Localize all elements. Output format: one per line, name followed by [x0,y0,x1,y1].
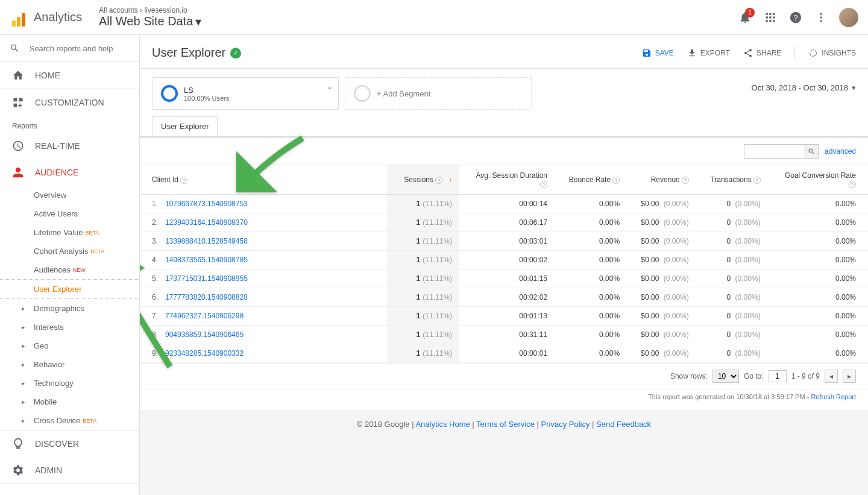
cell-tx: 0 (0.00%) [696,195,768,213]
cell-conv: 0.00% [768,195,868,213]
beta-badge: BETA [85,230,99,236]
prev-page-button[interactable]: ◂ [825,370,838,383]
client-id-link[interactable]: 904936859.1540906465 [165,330,244,339]
footer-link-feedback[interactable]: Send Feedback [596,420,651,429]
table-search-input[interactable] [744,145,805,158]
svg-point-13 [820,20,822,22]
sub-item-demographics[interactable]: ▸Demographics [0,299,139,318]
sub-item-active-users[interactable]: Active Users [0,204,139,223]
th-label: Revenue [651,175,680,184]
sidebar-item-realtime[interactable]: REAL-TIME [0,133,139,159]
cell-tx: 0 (0.00%) [696,251,768,270]
sidebar-item-customization[interactable]: CUSTOMIZATION [0,89,139,116]
help-icon[interactable]: ? [180,177,187,184]
help-icon[interactable]: ? [682,177,689,184]
th-label: Transactions [710,175,751,184]
share-button[interactable]: SHARE [743,48,781,58]
search-input[interactable] [30,44,130,53]
th-label: Client Id [152,175,178,184]
cell-client-id: 1.1079667873.1540908753 [140,195,387,213]
help-icon[interactable]: ? [849,181,856,188]
help-icon[interactable]: ? [435,177,442,184]
sidebar-item-audience[interactable]: AUDIENCE [0,159,139,186]
table-row: 2.1239403164.15409083701(11.11%)00:06:17… [140,213,868,232]
client-id-link[interactable]: 774962327.1540906298 [165,312,244,320]
row-number: 4. [152,256,160,264]
export-button[interactable]: EXPORT [687,48,730,58]
user-explorer-table: Client Id? Sessions?↓ Avg. Session Durat… [140,165,868,363]
save-button[interactable]: SAVE [642,48,674,58]
action-label: INSIGHTS [822,49,856,57]
advanced-link[interactable]: advanced [825,147,856,156]
goto-input[interactable] [769,370,787,382]
th-transactions[interactable]: Transactions? [696,165,768,195]
client-id-link[interactable]: 923348285.1540900332 [165,349,244,358]
collapse-sidebar-button[interactable]: ‹ [0,484,139,495]
table-row: 5.1737715031.15409089551(11.11%)00:01:15… [140,270,868,288]
table-search-button[interactable] [805,145,818,158]
svg-rect-15 [19,98,23,102]
insights-button[interactable]: INSIGHTS [808,48,856,58]
sub-label: Cohort Analysis [34,247,88,256]
client-id-link[interactable]: 1339888410.1528549458 [165,237,248,245]
logo-block[interactable]: Analytics [10,8,82,27]
th-bounce[interactable]: Bounce Rate? [555,165,627,195]
search-row[interactable] [0,35,139,62]
sidebar-item-label: REAL-TIME [35,141,80,151]
svg-rect-0 [766,13,768,14]
sidebar-item-label: CUSTOMIZATION [35,98,104,107]
sub-item-behavior[interactable]: ▸Behavior [0,355,139,374]
sub-item-cross-device[interactable]: ▸Cross DeviceBETA [0,411,139,430]
clock-icon [12,140,24,152]
segment-card[interactable]: LS 100.00% Users ⌄ [152,77,339,110]
svg-point-17 [810,49,817,56]
th-sessions[interactable]: Sessions?↓ [387,165,459,195]
th-avg-duration[interactable]: Avg. Session Duration? [459,165,555,195]
client-id-link[interactable]: 1079667873.1540908753 [165,200,248,208]
help-icon[interactable]: ? [788,10,803,25]
cell-duration: 00:01:13 [459,307,555,326]
date-range-picker[interactable]: Oct 30, 2018 - Oct 30, 2018 ▾ [752,77,856,92]
circle-icon [354,85,371,102]
add-segment-button[interactable]: + Add Segment [345,77,532,110]
th-revenue[interactable]: Revenue? [627,165,696,195]
client-id-link[interactable]: 1498373565.1540908785 [165,256,248,264]
footer-link-privacy[interactable]: Privacy Policy [541,420,590,429]
sub-item-user-explorer[interactable]: User Explorer [0,279,139,299]
tab-user-explorer[interactable]: User Explorer [152,116,218,136]
client-id-link[interactable]: 1737715031.1540908955 [165,274,248,283]
sub-item-overview[interactable]: Overview [0,186,139,204]
sub-item-geo[interactable]: ▸Geo [0,336,139,355]
footer-link-home[interactable]: Analytics Home [415,420,470,429]
notifications-icon[interactable]: 1 [738,10,752,25]
client-id-link[interactable]: 1239403164.1540908370 [165,218,248,227]
page-title-text: User Explorer [152,46,225,60]
sub-item-lifetime-value[interactable]: Lifetime ValueBETA [0,223,139,242]
avatar[interactable] [839,8,858,27]
sidebar-item-discover[interactable]: DISCOVER [0,430,139,457]
client-id-link[interactable]: 1777783820.1540908828 [165,293,248,301]
th-label: Bounce Rate [569,175,611,184]
property-selector[interactable]: All accounts › livesession.io All Web Si… [99,6,201,29]
next-page-button[interactable]: ▸ [843,370,856,383]
th-conversion[interactable]: Goal Conversion Rate? [768,165,868,195]
sidebar-item-home[interactable]: HOME [0,62,139,89]
sub-item-interests[interactable]: ▸Interests [0,318,139,336]
th-client-id[interactable]: Client Id? [140,165,387,195]
help-icon[interactable]: ? [612,177,620,184]
sub-item-mobile[interactable]: ▸Mobile [0,393,139,411]
sub-item-technology[interactable]: ▸Technology [0,374,139,393]
th-label: Goal Conversion Rate [785,171,856,180]
sidebar-item-admin[interactable]: ADMIN [0,457,139,484]
show-rows-select[interactable]: 10 [712,370,739,383]
help-icon[interactable]: ? [753,177,761,184]
sub-item-cohort[interactable]: Cohort AnalysisBETA [0,242,139,260]
more-icon[interactable] [814,10,828,25]
cell-revenue: $0.00 (0.00%) [627,213,696,232]
apps-icon[interactable] [763,10,778,25]
sub-item-audiences[interactable]: AudiencesNEW [0,260,139,279]
help-icon[interactable]: ? [540,181,547,188]
refresh-report-link[interactable]: Refresh Report [811,393,856,400]
footer-link-tos[interactable]: Terms of Service [476,420,535,429]
cell-bounce: 0.00% [555,251,627,270]
